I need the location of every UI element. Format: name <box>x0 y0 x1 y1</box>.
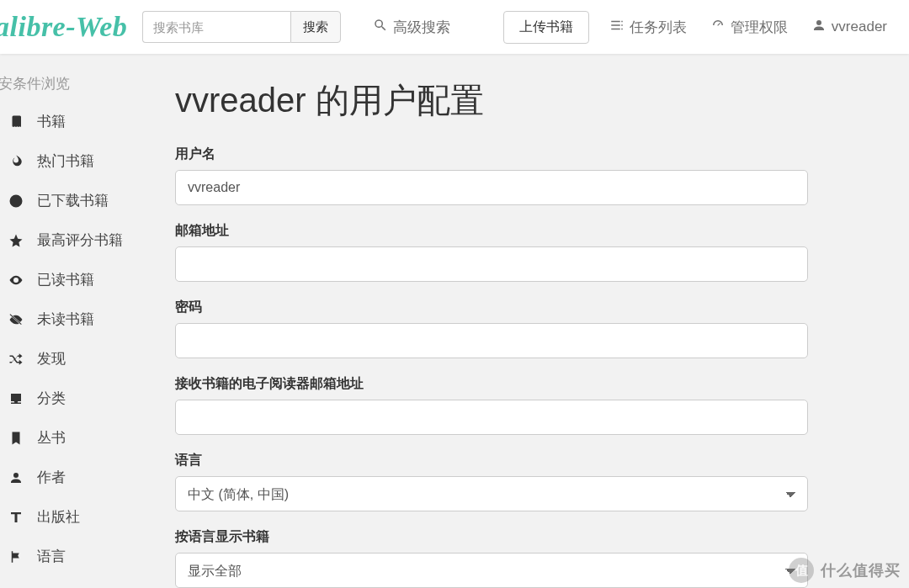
user-menu[interactable]: vvreader <box>800 9 899 45</box>
sidebar-item-label: 已下载书籍 <box>37 191 109 210</box>
language-label: 语言 <box>175 452 875 469</box>
brand-logo[interactable]: alibre-Web <box>0 11 136 43</box>
sidebar-item-read[interactable]: 已读书籍 <box>0 260 160 299</box>
page-title: vvreader 的用户配置 <box>175 77 875 124</box>
form-group-password: 密码 <box>175 299 875 358</box>
search-button[interactable]: 搜索 <box>290 11 341 43</box>
sidebar-item-label: 分类 <box>37 389 66 408</box>
tasks-link[interactable]: 任务列表 <box>598 9 699 45</box>
email-label: 邮箱地址 <box>175 222 875 240</box>
eye-icon <box>7 273 25 288</box>
sidebar-item-publishers[interactable]: 出版社 <box>0 497 160 537</box>
watermark-text: 什么值得买 <box>821 560 901 580</box>
search-input[interactable] <box>142 11 290 43</box>
sidebar-item-languages[interactable]: 语言 <box>0 537 160 576</box>
username-label: 用户名 <box>175 146 875 163</box>
sidebar-item-label: 丛书 <box>37 428 66 448</box>
font-icon <box>7 510 25 525</box>
eye-slash-icon <box>7 312 25 327</box>
star-icon <box>7 233 25 248</box>
download-icon <box>7 193 25 209</box>
sidebar-item-label: 热门书籍 <box>37 151 94 171</box>
flag-icon <box>7 549 25 564</box>
admin-link[interactable]: 管理权限 <box>699 9 800 45</box>
sidebar-heading: 安条件浏览 <box>0 74 160 102</box>
book-icon <box>7 114 25 130</box>
sidebar-item-discover[interactable]: 发现 <box>0 339 160 379</box>
sidebar-item-label: 出版社 <box>37 507 80 527</box>
main-content: vvreader 的用户配置 用户名 邮箱地址 密码 接收书籍的电子阅读器邮箱地… <box>175 54 875 588</box>
sidebar-item-authors[interactable]: 作者 <box>0 458 160 497</box>
sidebar-item-rated[interactable]: 最高评分书籍 <box>0 220 160 260</box>
form-group-email: 邮箱地址 <box>175 222 875 282</box>
sidebar: 安条件浏览 书籍 热门书籍 已下载书籍 最高评分书籍 已读书籍 未读书籍 发现 … <box>0 54 160 576</box>
tasks-label: 任务列表 <box>630 18 687 37</box>
admin-label: 管理权限 <box>731 18 788 37</box>
sidebar-item-label: 作者 <box>37 468 66 487</box>
sidebar-item-series[interactable]: 丛书 <box>0 418 160 458</box>
username-input[interactable] <box>175 170 808 205</box>
inbox-icon <box>7 391 25 406</box>
language-select[interactable]: 中文 (简体, 中国) <box>175 476 808 511</box>
ereader-input[interactable] <box>175 400 808 435</box>
advanced-search-link[interactable]: 高级搜索 <box>361 9 462 45</box>
sidebar-item-label: 书籍 <box>37 112 66 131</box>
sidebar-item-label: 未读书籍 <box>37 310 94 329</box>
sidebar-item-label: 发现 <box>37 349 66 368</box>
sidebar-item-label: 已读书籍 <box>37 270 94 289</box>
password-label: 密码 <box>175 299 875 316</box>
shuffle-icon <box>7 352 25 367</box>
book-language-label: 按语言显示书籍 <box>175 528 875 546</box>
password-input[interactable] <box>175 323 808 358</box>
user-icon <box>811 18 827 37</box>
navbar: alibre-Web 搜索 高级搜索 上传书籍 任务列表 管理权限 vvread… <box>0 0 909 54</box>
sidebar-item-label: 最高评分书籍 <box>37 230 123 250</box>
sidebar-item-label: 语言 <box>37 547 66 566</box>
search-icon <box>373 18 388 37</box>
sidebar-item-hot[interactable]: 热门书籍 <box>0 141 160 181</box>
watermark-badge: 值 <box>789 558 814 583</box>
email-input[interactable] <box>175 246 808 282</box>
bookmark-icon <box>7 431 25 446</box>
sidebar-item-unread[interactable]: 未读书籍 <box>0 299 160 339</box>
sidebar-item-categories[interactable]: 分类 <box>0 379 160 418</box>
search-group: 搜索 <box>142 11 341 43</box>
tasks-icon <box>609 18 625 37</box>
sidebar-item-downloaded[interactable]: 已下载书籍 <box>0 181 160 220</box>
watermark: 值 什么值得买 <box>789 558 901 583</box>
dashboard-icon <box>710 18 726 37</box>
upload-button[interactable]: 上传书籍 <box>503 11 589 44</box>
advanced-search-label: 高级搜索 <box>393 18 450 37</box>
form-group-book-language: 按语言显示书籍 显示全部 <box>175 528 875 588</box>
fire-icon <box>7 154 25 169</box>
form-group-username: 用户名 <box>175 146 875 205</box>
user-label: vvreader <box>832 19 887 35</box>
book-language-select[interactable]: 显示全部 <box>175 553 808 588</box>
form-group-ereader: 接收书籍的电子阅读器邮箱地址 <box>175 375 875 435</box>
sidebar-item-books[interactable]: 书籍 <box>0 102 160 141</box>
ereader-label: 接收书籍的电子阅读器邮箱地址 <box>175 375 875 393</box>
form-group-language: 语言 中文 (简体, 中国) <box>175 452 875 511</box>
user-icon <box>7 470 25 485</box>
